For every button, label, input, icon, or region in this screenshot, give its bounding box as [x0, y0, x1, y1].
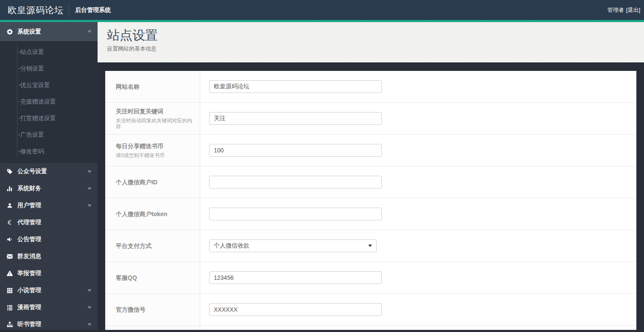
- content-wrapper: 网站名称 关注时回复关键词 关注时自动回复此关键词对应的内容 每日分享赠送书币 …: [98, 62, 644, 330]
- sidebar-item-label: 公众号设置: [17, 168, 47, 175]
- form-row-label-cell: 网站名称: [105, 71, 200, 102]
- field-label: 个人微信商户token: [116, 211, 196, 218]
- field-label: 网站名称: [116, 83, 196, 90]
- field-label: 官方微信号: [116, 306, 196, 313]
- brand-separator: [69, 3, 69, 17]
- sidebar-item-9[interactable]: 听书管理: [0, 316, 98, 330]
- chevron-down-icon: [87, 289, 92, 292]
- sidebar-item-5[interactable]: 群发消息: [0, 248, 98, 265]
- gear-icon: [6, 28, 13, 35]
- form-row-label-cell: 个人微信商户token: [105, 198, 200, 230]
- chevron-down-icon: [87, 187, 92, 190]
- form-row-input-cell: [200, 135, 636, 166]
- grid-icon: [6, 287, 13, 294]
- sidebar-item-label: 代理管理: [17, 219, 41, 226]
- sitemap-icon: [6, 321, 13, 328]
- form-row-label-cell: 关注时回复关键词 关注时自动回复此关键词对应的内容: [105, 103, 200, 134]
- sidebar-subitem-0[interactable]: -站点设置: [0, 44, 98, 60]
- sidebar-item-system-settings[interactable]: 系统设置: [0, 22, 98, 41]
- chevron-down-icon: [87, 170, 92, 173]
- form-row: 客服QQ: [105, 262, 636, 294]
- field-input-4[interactable]: [209, 208, 382, 220]
- form-row-label-cell: 个人微信商户ID: [105, 166, 200, 198]
- form-row-input-cell: [200, 166, 636, 198]
- sidebar-item-label: 小说管理: [17, 287, 41, 294]
- topbar-user-area: 管理者 [退出]: [608, 6, 644, 14]
- euro-icon: [6, 219, 13, 226]
- field-description: 填0或空则不赠送书币: [116, 152, 196, 158]
- form-row-input-cell: [200, 262, 636, 293]
- select-value: 个人微信收款: [214, 242, 249, 250]
- sidebar-nav: 系统设置 -站点设置-分销设置-优云宝设置-充值赠送设置-打赏赠送设置-广告设置…: [0, 22, 98, 330]
- sidebar-item-7[interactable]: 小说管理: [0, 282, 98, 299]
- field-label: 个人微信商户ID: [116, 179, 196, 186]
- field-input-6[interactable]: [209, 271, 382, 284]
- field-label: 关注时回复关键词: [116, 108, 196, 115]
- field-label: 每日分享赠送书币: [116, 143, 196, 150]
- app-title: 后台管理系统: [75, 6, 111, 14]
- form-row-label-cell: 官方微信号: [105, 294, 200, 325]
- field-input-1[interactable]: [209, 112, 382, 125]
- sidebar-subitem-2[interactable]: -优云宝设置: [0, 77, 98, 93]
- form-row-input-cell: 个人微信收款: [200, 230, 636, 262]
- chevron-down-icon: [87, 323, 92, 326]
- sidebar-subitem-5[interactable]: -广告设置: [0, 127, 98, 143]
- form-row-input-cell: [200, 198, 636, 230]
- sidebar-item-3[interactable]: 代理管理: [0, 214, 98, 231]
- form-row: [105, 326, 636, 330]
- caret-down-icon: [368, 245, 372, 247]
- sidebar-item-1[interactable]: 系统财务: [0, 180, 98, 197]
- logout-link[interactable]: [退出]: [626, 6, 640, 14]
- chevron-down-icon: [87, 204, 92, 207]
- sidebar-item-8[interactable]: 漫画管理: [0, 299, 98, 316]
- sidebar-item-label: 听书管理: [17, 321, 41, 328]
- form-row: 个人微信商户token: [105, 198, 636, 230]
- sidebar-subitem-1[interactable]: -分销设置: [0, 60, 98, 77]
- sidebar-group-label: 系统设置: [17, 28, 41, 36]
- sidebar-item-label: 漫画管理: [17, 304, 41, 311]
- sidebar-item-label: 系统财务: [17, 185, 41, 192]
- sidebar-subitem-3[interactable]: -充值赠送设置: [0, 93, 98, 110]
- form-row-label-cell: 每日分享赠送书币 填0或空则不赠送书币: [105, 135, 200, 166]
- payment-method-select[interactable]: 个人微信收款: [209, 239, 377, 252]
- form-row-input-cell: [200, 326, 636, 330]
- field-input-2[interactable]: [209, 144, 382, 157]
- user-icon: [6, 202, 13, 209]
- page-title: 站点设置: [107, 28, 644, 43]
- field-input-7[interactable]: [209, 303, 382, 316]
- settings-form-panel: 网站名称 关注时回复关键词 关注时自动回复此关键词对应的内容 每日分享赠送书币 …: [105, 71, 636, 330]
- sidebar-item-2[interactable]: 用户管理: [0, 197, 98, 214]
- main-area: 站点设置 设置网站的基本信息 网站名称 关注时回复关键词 关注时自动回复此关键词…: [98, 22, 644, 330]
- current-user-label: 管理者: [608, 6, 624, 14]
- speaker-icon: [6, 236, 13, 243]
- sidebar-submenu: -站点设置-分销设置-优云宝设置-充值赠送设置-打赏赠送设置-广告设置-修改密码: [0, 41, 98, 163]
- warning-icon: [6, 270, 13, 277]
- page-subtitle: 设置网站的基本信息: [107, 45, 644, 53]
- form-row-input-cell: [200, 103, 636, 134]
- bar-chart-icon: [6, 185, 13, 192]
- form-row-input-cell: [200, 71, 636, 102]
- envelope-icon: [6, 253, 13, 260]
- list-icon: [6, 304, 13, 311]
- brand-logo[interactable]: 欧皇源码论坛: [0, 4, 64, 16]
- sidebar-item-label: 公告管理: [17, 236, 41, 243]
- chevron-down-icon: [87, 30, 92, 33]
- sidebar-item-4[interactable]: 公告管理: [0, 231, 98, 248]
- form-row: 关注时回复关键词 关注时自动回复此关键词对应的内容: [105, 103, 636, 135]
- sidebar-subitem-6[interactable]: -修改密码: [0, 143, 98, 160]
- field-description: 关注时自动回复此关键词对应的内容: [116, 118, 196, 129]
- form-row-label-cell: 平台支付方式: [105, 230, 200, 262]
- form-row: 官方微信号: [105, 294, 636, 326]
- sidebar-subitem-4[interactable]: -打赏赠送设置: [0, 110, 98, 127]
- form-row: 每日分享赠送书币 填0或空则不赠送书币: [105, 135, 636, 166]
- chevron-down-icon: [87, 306, 92, 309]
- form-row-label-cell: 客服QQ: [105, 262, 200, 293]
- field-input-0[interactable]: [209, 80, 382, 93]
- page-header: 站点设置 设置网站的基本信息: [98, 22, 644, 62]
- form-row: 平台支付方式 个人微信收款: [105, 230, 636, 262]
- sidebar-menu-list: 公众号设置 系统财务 用户管理 代理管理 公告管理 群发消息 举报管理 小说管理…: [0, 163, 98, 330]
- field-input-3[interactable]: [209, 176, 382, 189]
- sidebar-item-6[interactable]: 举报管理: [0, 265, 98, 282]
- sidebar-item-0[interactable]: 公众号设置: [0, 163, 98, 180]
- field-label: 平台支付方式: [116, 242, 196, 250]
